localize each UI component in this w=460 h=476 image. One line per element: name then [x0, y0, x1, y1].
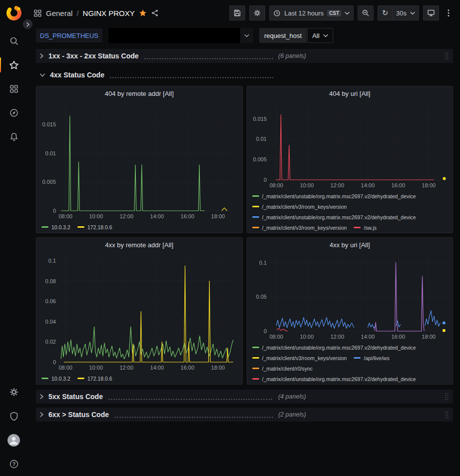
- sidebar-item-dashboards[interactable]: [0, 77, 27, 101]
- legend-item[interactable]: 10.0.3.2: [41, 373, 70, 384]
- drag-handle-icon[interactable]: [445, 52, 449, 60]
- avatar: [7, 434, 20, 447]
- dashboard-title[interactable]: NGINX PROXY: [83, 9, 135, 17]
- panel-title[interactable]: 4xx by remote addr [All]: [36, 238, 242, 252]
- sidebar: ?: [0, 0, 27, 476]
- shield-icon: [9, 411, 19, 421]
- svg-text:0.01: 0.01: [256, 136, 266, 142]
- save-dashboard-button[interactable]: [229, 5, 245, 20]
- panel-title[interactable]: 404 by remote addr [All]: [36, 86, 242, 100]
- datasource-select[interactable]: [108, 28, 253, 43]
- chart-area: 08:0010:0012:0014:0016:0018:0000.0050.01…: [36, 100, 242, 221]
- row-1xx-3xx-2xx[interactable]: 1xx - 3xx - 2xx Status Code (6 panels): [36, 49, 453, 63]
- dashboard-settings-button[interactable]: [249, 5, 265, 20]
- legend-item[interactable]: /_matrix/client/v3/room_keys/version: [252, 353, 347, 363]
- legend-item[interactable]: /sw.js: [354, 222, 377, 233]
- svg-text:0.08: 0.08: [45, 278, 56, 284]
- svg-text:18:00: 18:00: [211, 213, 225, 219]
- sidebar-item-configuration[interactable]: [0, 380, 27, 404]
- panel-title[interactable]: 4xx by uri [All]: [247, 238, 453, 252]
- svg-text:0.1: 0.1: [259, 260, 266, 266]
- chart-canvas[interactable]: 08:0010:0012:0014:0016:0018:0000.020.040…: [36, 252, 242, 372]
- zoom-out-button[interactable]: [358, 5, 374, 20]
- drag-handle-icon[interactable]: [445, 393, 449, 401]
- legend-label: /_matrix/client/unstable/org.matrix.msc2…: [262, 214, 416, 220]
- legend-item[interactable]: /_matrix/client/unstable/org.matrix.msc2…: [252, 374, 416, 384]
- sidebar-expand-button[interactable]: [23, 19, 32, 29]
- sidebar-item-starred[interactable]: [0, 53, 27, 77]
- refresh-interval-picker[interactable]: 30s: [393, 5, 419, 20]
- tv-mode-button[interactable]: [423, 5, 439, 20]
- panel-404-by-uri: 404 by uri [All] 08:0010:0012:0014:0016:…: [247, 86, 454, 233]
- legend-swatch: [252, 227, 259, 228]
- legend-item[interactable]: 10.0.3.2: [41, 222, 70, 232]
- legend-item[interactable]: /_matrix/client/v3/room_keys/version: [252, 201, 347, 212]
- sidebar-item-search[interactable]: [0, 29, 27, 53]
- refresh-group: ↻ 30s: [378, 5, 419, 20]
- zoom-out-icon: [362, 9, 370, 17]
- request-host-select[interactable]: All: [307, 28, 333, 43]
- legend-item[interactable]: /_matrix/client/r0/sync: [252, 363, 313, 374]
- row-panel-count: (6 panels): [278, 52, 306, 59]
- gear-icon: [9, 387, 19, 397]
- breadcrumb-section[interactable]: General: [46, 9, 72, 17]
- row-6xx[interactable]: 6xx > Status Code (2 panels): [36, 408, 453, 422]
- timezone-badge: CST: [327, 10, 341, 16]
- legend-label: /api/live/ws: [364, 355, 389, 361]
- drag-handle-icon[interactable]: [445, 411, 449, 419]
- svg-text:14:00: 14:00: [150, 213, 164, 219]
- request-host-value: All: [312, 32, 319, 39]
- legend-label: /_matrix/client/v3/room_keys/version: [262, 355, 347, 361]
- chevron-right-icon: [39, 412, 44, 418]
- row-5xx[interactable]: 5xx Status Code (4 panels): [36, 390, 453, 404]
- sidebar-item-explore[interactable]: [0, 101, 27, 125]
- svg-text:12:00: 12:00: [120, 213, 134, 219]
- sidebar-item-alerting[interactable]: [0, 125, 27, 149]
- svg-text:18:00: 18:00: [211, 365, 225, 371]
- sidebar-item-help[interactable]: ?: [0, 452, 27, 476]
- row-panel-count: (4 panels): [278, 393, 306, 400]
- nav-actions: Last 12 hours CST ↻ 30s: [229, 5, 454, 20]
- bell-icon: [9, 132, 19, 142]
- panel-title[interactable]: 404 by uri [All]: [247, 86, 453, 100]
- chart-canvas[interactable]: 08:0010:0012:0014:0016:0018:0000.050.1: [247, 252, 453, 341]
- panel-legend: 10.0.3.2172.18.0.6: [36, 372, 242, 384]
- kebab-menu-button[interactable]: [443, 5, 454, 20]
- sidebar-item-server-admin[interactable]: [0, 404, 27, 428]
- row-left: 1xx - 3xx - 2xx Status Code: [39, 52, 278, 60]
- legend-item[interactable]: 172.18.0.6: [77, 222, 112, 232]
- legend-item[interactable]: /_matrix/client/unstable/org.matrix.msc2…: [252, 212, 416, 222]
- panel-404-by-remote-addr: 404 by remote addr [All] 08:0010:0012:00…: [36, 86, 243, 233]
- legend-label: 10.0.3.2: [51, 224, 70, 230]
- row-4xx[interactable]: 4xx Status Code: [36, 68, 453, 82]
- chevron-down-icon: [410, 11, 415, 15]
- svg-text:10:00: 10:00: [300, 182, 314, 188]
- legend-swatch: [252, 378, 259, 380]
- legend-swatch: [252, 347, 259, 348]
- time-range-picker[interactable]: Last 12 hours CST: [269, 5, 354, 20]
- legend-item[interactable]: /_matrix/client/v3/room_keys/version: [252, 222, 347, 233]
- svg-text:08:00: 08:00: [269, 334, 283, 340]
- svg-text:10:00: 10:00: [89, 365, 103, 371]
- legend-label: 172.18.0.6: [87, 376, 112, 382]
- legend-item[interactable]: 172.18.0.6: [77, 373, 112, 384]
- search-icon: [9, 36, 19, 46]
- legend-item[interactable]: /_matrix/client/unstable/org.matrix.msc2…: [252, 342, 416, 353]
- refresh-button[interactable]: ↻: [378, 5, 393, 20]
- grafana-logo[interactable]: [5, 4, 23, 22]
- top-nav: General / NGINX PROXY: [27, 0, 460, 26]
- legend-item[interactable]: /_matrix/client/unstable/org.matrix.msc2…: [252, 191, 416, 201]
- favorite-star-button[interactable]: [139, 9, 147, 17]
- svg-text:08:00: 08:00: [58, 365, 72, 371]
- sidebar-item-profile[interactable]: [0, 428, 27, 452]
- chart-canvas[interactable]: 08:0010:0012:0014:0016:0018:0000.0050.01…: [36, 100, 242, 221]
- datasource-variable-label[interactable]: DS_PROMETHEUS: [36, 28, 102, 42]
- legend-item[interactable]: /api/live/ws: [354, 353, 389, 363]
- share-dashboard-button[interactable]: [151, 9, 159, 17]
- svg-text:0.01: 0.01: [45, 150, 56, 156]
- chart-canvas[interactable]: 08:0010:0012:0014:0016:0018:0000.0050.01…: [247, 100, 453, 190]
- svg-text:14:00: 14:00: [150, 365, 164, 371]
- row-left: 4xx Status Code: [39, 71, 278, 79]
- legend-swatch: [252, 368, 259, 369]
- svg-text:18:00: 18:00: [422, 334, 436, 340]
